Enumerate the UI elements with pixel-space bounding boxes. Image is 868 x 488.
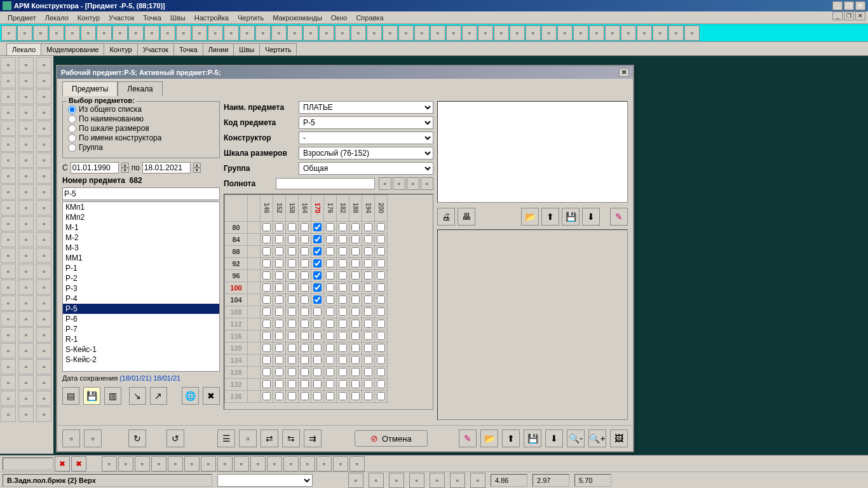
- size-cell[interactable]: [301, 259, 309, 268]
- vtool-2-0[interactable]: ▫: [36, 57, 51, 72]
- vtool-2-14[interactable]: ▫: [36, 280, 51, 295]
- size-cell[interactable]: [351, 295, 360, 304]
- size-cell[interactable]: [326, 344, 334, 352]
- vtool-0-7[interactable]: ▫: [1, 168, 16, 184]
- toolbar-btn-13[interactable]: ▫: [208, 25, 223, 41]
- field-scale-select[interactable]: Взрослый (76-152): [299, 147, 433, 159]
- menu-shvy[interactable]: Швы: [166, 13, 189, 23]
- list-btn-export[interactable]: ↗: [150, 387, 167, 405]
- size-cell[interactable]: [275, 356, 283, 364]
- size-cell[interactable]: [301, 308, 309, 316]
- upload-button[interactable]: ⬆: [541, 208, 559, 226]
- vtool-1-1[interactable]: ▫: [18, 73, 34, 88]
- size-cell[interactable]: [313, 368, 322, 376]
- menu-predmet[interactable]: Предмет: [4, 13, 40, 23]
- date-from-input[interactable]: [71, 162, 119, 173]
- list-item[interactable]: М-3: [63, 243, 219, 253]
- size-cell[interactable]: [364, 271, 372, 280]
- mdi-minimize-button[interactable]: _: [832, 11, 843, 20]
- bottom-zoom-in[interactable]: 🔍+: [588, 430, 606, 447]
- dialog-tab-lekala[interactable]: Лекала: [118, 81, 162, 96]
- vtool-2-2[interactable]: ▫: [36, 89, 51, 104]
- size-cell[interactable]: [313, 356, 322, 364]
- bottom-btn-3[interactable]: ↻: [128, 430, 146, 447]
- size-cell[interactable]: [364, 392, 372, 400]
- fullness-btn-4[interactable]: ▫: [421, 177, 433, 190]
- size-cell[interactable]: [313, 283, 322, 292]
- size-cell[interactable]: [339, 259, 347, 268]
- tab-modelirovanie[interactable]: Моделирование: [41, 43, 104, 55]
- status-tool-11[interactable]: ▫: [283, 456, 299, 471]
- size-cell[interactable]: [288, 332, 296, 340]
- list-item[interactable]: Р-4: [63, 294, 219, 304]
- status-tool-10[interactable]: ▫: [267, 456, 282, 471]
- vtool-1-9[interactable]: ▫: [18, 200, 34, 215]
- size-cell[interactable]: [275, 247, 283, 255]
- vtool-0-8[interactable]: ▫: [1, 184, 16, 200]
- size-cell[interactable]: [288, 392, 296, 400]
- size-cell[interactable]: [364, 332, 372, 340]
- size-cell[interactable]: [288, 320, 296, 328]
- size-cell[interactable]: [262, 392, 271, 400]
- bottom-pencil[interactable]: ✎: [459, 430, 477, 447]
- vtool-2-10[interactable]: ▫: [36, 216, 51, 231]
- toolbar-btn-23[interactable]: ▫: [367, 25, 382, 41]
- maximize-button[interactable]: ❐: [844, 1, 854, 10]
- size-cell[interactable]: [301, 368, 309, 376]
- size-cell[interactable]: [326, 320, 334, 328]
- bottom-zoom-out[interactable]: 🔍-: [567, 430, 585, 447]
- vtool-0-21[interactable]: ▫: [1, 391, 16, 406]
- size-cell[interactable]: [275, 344, 283, 352]
- bottom-up[interactable]: ⬆: [502, 430, 520, 447]
- vtool-1-15[interactable]: ▫: [18, 295, 34, 311]
- tab-lekalo[interactable]: Лекало: [6, 43, 41, 55]
- status-tool-1[interactable]: ▫: [118, 456, 133, 471]
- print-button[interactable]: 🖨: [437, 208, 455, 226]
- size-cell[interactable]: [301, 380, 309, 388]
- size-cell[interactable]: [377, 332, 385, 340]
- radio-all-list[interactable]: [68, 105, 76, 114]
- status-combo[interactable]: [217, 474, 313, 487]
- close-button[interactable]: ✕: [855, 1, 865, 10]
- vtool-0-11[interactable]: ▫: [1, 232, 16, 247]
- vtool-1-17[interactable]: ▫: [18, 327, 34, 342]
- size-cell[interactable]: [275, 295, 283, 304]
- list-item[interactable]: КМп1: [63, 202, 219, 212]
- download-button[interactable]: ⬇: [582, 208, 600, 226]
- toolbar-btn-41[interactable]: ▫: [653, 25, 668, 41]
- vtool-2-8[interactable]: ▫: [36, 184, 51, 200]
- toolbar-btn-39[interactable]: ▫: [621, 25, 636, 41]
- size-cell[interactable]: [262, 247, 271, 255]
- toolbar-btn-8[interactable]: ▫: [128, 25, 144, 41]
- size-cell[interactable]: [326, 295, 334, 304]
- status-nav-5[interactable]: ▫: [450, 473, 465, 488]
- size-cell[interactable]: [377, 308, 385, 316]
- vtool-0-6[interactable]: ▫: [1, 152, 16, 168]
- bottom-image[interactable]: 🖼: [610, 430, 628, 447]
- size-cell[interactable]: [364, 247, 372, 255]
- status-nav-0[interactable]: ▫: [348, 473, 363, 488]
- size-cell[interactable]: [262, 283, 271, 292]
- tab-kontur[interactable]: Контур: [104, 43, 137, 55]
- vtool-1-13[interactable]: ▫: [18, 264, 34, 279]
- size-cell[interactable]: [351, 247, 360, 255]
- size-cell[interactable]: [326, 259, 334, 268]
- status-btn-x2[interactable]: ✖: [71, 456, 86, 471]
- size-cell[interactable]: [326, 271, 334, 280]
- vtool-0-22[interactable]: ▫: [1, 407, 16, 422]
- size-cell[interactable]: [351, 368, 360, 376]
- size-cell[interactable]: [364, 320, 372, 328]
- size-cell[interactable]: [301, 332, 309, 340]
- menu-tochka[interactable]: Точка: [139, 13, 165, 23]
- list-item[interactable]: Р-2: [63, 273, 219, 283]
- toolbar-btn-43[interactable]: ▫: [684, 25, 700, 41]
- size-cell[interactable]: [275, 283, 283, 292]
- status-nav-1[interactable]: ▫: [369, 473, 384, 488]
- search-input[interactable]: [62, 187, 220, 200]
- toolbar-btn-26[interactable]: ▫: [414, 25, 430, 41]
- menu-chertit[interactable]: Чертить: [234, 13, 268, 23]
- menu-uchastok[interactable]: Участок: [105, 13, 138, 23]
- vtool-2-13[interactable]: ▫: [36, 264, 51, 279]
- size-cell[interactable]: [377, 223, 385, 231]
- list-btn-globe[interactable]: 🌐: [182, 387, 199, 405]
